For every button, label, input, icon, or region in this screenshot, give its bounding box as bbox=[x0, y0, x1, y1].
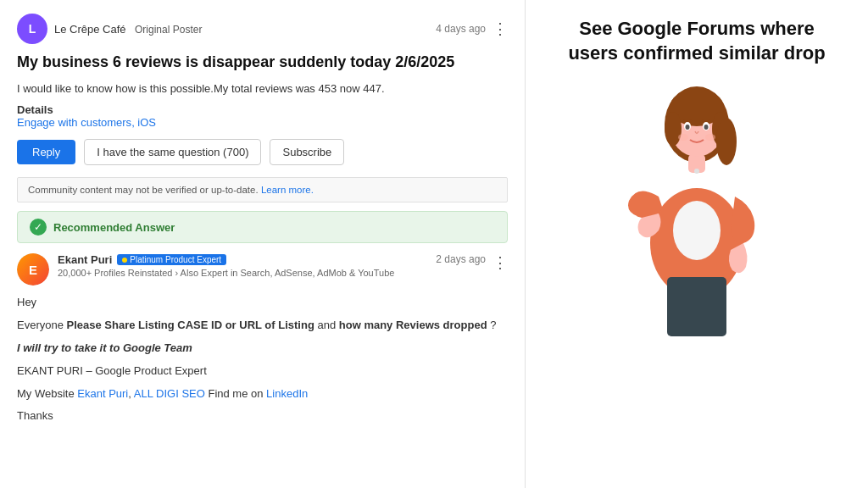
post-body-text: I would like to know how is this possibl… bbox=[17, 82, 508, 95]
answer-author-subtitle: 20,000+ Profiles Reinstated › Also Exper… bbox=[58, 268, 436, 278]
forum-post-panel: L Le Crêpe Café Original Poster 4 days a… bbox=[0, 0, 526, 488]
recommended-answer-banner: ✓ Recommended Answer bbox=[17, 211, 508, 243]
recommended-label: Recommended Answer bbox=[53, 221, 175, 234]
svg-point-3 bbox=[673, 201, 721, 260]
right-panel-title: See Google Forums where users confirmed … bbox=[568, 17, 825, 65]
ekant-puri-link[interactable]: Ekant Puri bbox=[77, 387, 128, 400]
answer-main-text: Everyone Please Share Listing CASE ID or… bbox=[17, 317, 508, 335]
footer-find-me: Find me on bbox=[205, 387, 266, 400]
right-title-line1: See Google Forums where bbox=[579, 18, 815, 39]
ios-link[interactable]: iOS bbox=[137, 116, 156, 129]
details-label: Details bbox=[17, 103, 508, 116]
post-options-menu[interactable]: ⋮ bbox=[492, 19, 508, 38]
check-icon: ✓ bbox=[30, 219, 47, 236]
svg-point-13 bbox=[678, 134, 688, 141]
expert-badge: Platinum Product Expert bbox=[117, 254, 226, 265]
all-digi-seo-link[interactable]: ALL DIGI SEO bbox=[134, 387, 205, 400]
answer-body-mid: and bbox=[314, 319, 339, 331]
svg-rect-15 bbox=[667, 277, 726, 336]
answer-thanks: Thanks bbox=[17, 408, 508, 425]
post-meta: Le Crêpe Café Original Poster bbox=[54, 21, 436, 36]
post-title: My business 6 reviews is disappear sudde… bbox=[17, 53, 508, 72]
answer-body: Hey Everyone Please Share Listing CASE I… bbox=[17, 294, 508, 425]
answer-options-menu[interactable]: ⋮ bbox=[492, 253, 508, 272]
answer-name-row: Ekant Puri Platinum Product Expert bbox=[58, 253, 436, 266]
answer-body-pre: Everyone bbox=[17, 319, 67, 331]
svg-point-11 bbox=[686, 125, 690, 130]
reply-button[interactable]: Reply bbox=[17, 140, 75, 164]
post-op-label: Original Poster bbox=[135, 24, 202, 36]
answer-footer-line2: My Website Ekant Puri, ALL DIGI SEO Find… bbox=[17, 385, 508, 403]
engage-customers-link[interactable]: Engage with customers bbox=[17, 116, 131, 129]
badge-label: Platinum Product Expert bbox=[130, 255, 221, 264]
subscribe-button[interactable]: Subscribe bbox=[270, 139, 344, 165]
answer-footer-line1: EKANT PURI – Google Product Expert bbox=[17, 363, 508, 380]
answer-greeting: Hey bbox=[17, 294, 508, 312]
post-time: 4 days ago bbox=[436, 23, 486, 35]
details-links[interactable]: Engage with customers, iOS bbox=[17, 116, 508, 129]
answer-author-avatar: E bbox=[17, 253, 49, 286]
woman-illustration bbox=[604, 74, 790, 348]
community-notice: Community content may not be verified or… bbox=[17, 177, 508, 202]
post-details: Details Engage with customers, iOS bbox=[17, 103, 508, 129]
linkedin-link[interactable]: LinkedIn bbox=[266, 387, 308, 400]
answer-header: E Ekant Puri Platinum Product Expert 20,… bbox=[17, 253, 508, 286]
post-header: L Le Crêpe Café Original Poster 4 days a… bbox=[17, 14, 508, 44]
badge-dot-icon bbox=[122, 258, 127, 263]
same-question-button[interactable]: I have the same question (700) bbox=[84, 139, 261, 165]
svg-point-14 bbox=[705, 134, 715, 141]
answer-author-name: Ekant Puri bbox=[58, 253, 112, 266]
footer-pre-text: My Website bbox=[17, 387, 77, 400]
svg-point-8 bbox=[716, 118, 737, 165]
answer-time: 2 days ago bbox=[436, 253, 486, 265]
post-author-avatar: L bbox=[17, 14, 47, 44]
post-author-name: Le Crêpe Café bbox=[54, 23, 126, 36]
svg-point-12 bbox=[704, 125, 709, 130]
action-buttons-row: Reply I have the same question (700) Sub… bbox=[17, 139, 508, 165]
answer-bold1: Please Share Listing CASE ID or URL of L… bbox=[67, 319, 314, 331]
right-title-line2: users confirmed similar drop bbox=[568, 42, 825, 64]
learn-more-link[interactable]: Learn more. bbox=[261, 185, 314, 195]
svg-point-16 bbox=[694, 169, 699, 174]
answer-italic-bold: I will try to take it to Google Team bbox=[17, 340, 508, 358]
answer-bold2: how many Reviews dropped bbox=[339, 319, 487, 331]
answer-meta: Ekant Puri Platinum Product Expert 20,00… bbox=[58, 253, 436, 278]
answer-body-end: ? bbox=[487, 319, 497, 331]
svg-point-6 bbox=[665, 112, 682, 146]
community-notice-text: Community content may not be verified or… bbox=[28, 185, 259, 195]
right-panel: See Google Forums where users confirmed … bbox=[526, 0, 868, 488]
